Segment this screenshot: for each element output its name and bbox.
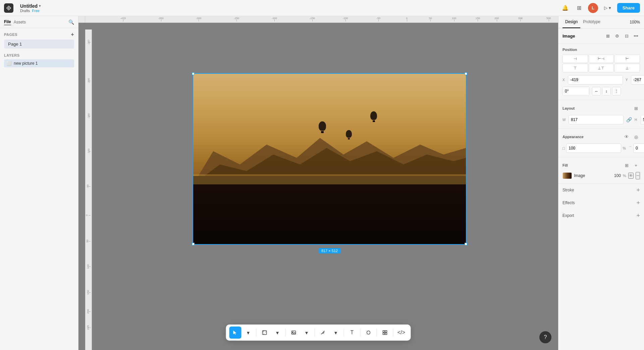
code-tool[interactable]: </> — [395, 327, 408, 339]
stroke-section: Stroke + — [558, 184, 644, 196]
share-button[interactable]: Share — [617, 3, 640, 13]
appearance-opacity-btn[interactable]: ◎ — [632, 133, 640, 141]
select-tool[interactable] — [229, 327, 241, 339]
layout-expand-btn[interactable]: ⊞ — [632, 104, 640, 112]
x-input[interactable] — [568, 75, 623, 84]
fill-opacity-value: 100 — [610, 173, 621, 178]
add-stroke-btn[interactable]: + — [636, 187, 640, 193]
image-title: Image — [562, 34, 575, 39]
add-page-button[interactable]: + — [71, 32, 74, 38]
remove-fill-btn[interactable]: − — [636, 172, 640, 179]
layout-header: Layout ⊞ — [562, 104, 640, 112]
radius-field: ⌒ — [629, 143, 644, 153]
flip-v-btn[interactable]: ↕ — [602, 87, 611, 96]
frame-chevron[interactable]: ▾ — [271, 327, 283, 339]
svg-point-0 — [8, 7, 9, 9]
sidebar-tabs: File Assets 🔍 — [0, 16, 78, 28]
balloon-1 — [319, 121, 326, 133]
y-input[interactable] — [631, 75, 644, 84]
image-tool[interactable] — [288, 327, 300, 339]
search-button[interactable]: 🔍 — [68, 19, 74, 25]
image-chevron[interactable]: ▾ — [301, 327, 313, 339]
x-field: X — [562, 75, 623, 84]
component-tool[interactable] — [379, 327, 391, 339]
shape-tool[interactable] — [363, 327, 375, 339]
align-bottom-btn[interactable]: ⊥ — [614, 64, 640, 72]
add-export-btn[interactable]: + — [636, 213, 640, 219]
layout-section: Layout ⊞ W 🔗 H — [558, 100, 644, 129]
appearance-icons: 👁 ◎ — [623, 133, 640, 141]
prototype-tab[interactable]: Prototype — [580, 16, 603, 28]
frame-tool[interactable] — [259, 327, 271, 339]
add-fill-btn[interactable]: + — [632, 161, 640, 169]
resize-handle-tr[interactable] — [465, 72, 467, 75]
flip-h-btn[interactable]: ↔ — [592, 87, 601, 96]
appearance-label: Appearance — [562, 135, 584, 139]
y-field: Y — [626, 75, 644, 84]
user-avatar[interactable]: L — [588, 3, 598, 13]
opacity-percent: % — [623, 146, 626, 150]
toggle-panels-button[interactable]: ⊞ — [574, 3, 585, 13]
toolbar-divider-2 — [285, 329, 286, 337]
text-tool[interactable]: T — [346, 327, 358, 339]
resize-handle-tl[interactable] — [192, 72, 195, 75]
app-subtitle: Drafts Free — [20, 9, 41, 13]
image-header: Image ⊠ ⚙ ⊟ ••• — [558, 28, 644, 44]
opacity-field: □ % — [562, 143, 626, 153]
appearance-visibility-btn[interactable]: 👁 — [623, 133, 631, 141]
layer-item[interactable]: ⬜ new picture 1 — [4, 59, 74, 67]
ground-layer — [193, 176, 466, 244]
align-middle-v-btn[interactable]: ⊥⊤ — [589, 64, 614, 72]
link-dimensions-icon[interactable]: 🔗 — [626, 117, 632, 122]
fill-style-btn[interactable]: ⊞ — [623, 161, 631, 169]
file-tab[interactable]: File — [4, 19, 11, 25]
fill-swatch[interactable] — [562, 172, 572, 179]
pages-label: Pages — [4, 33, 17, 37]
distribute-btn[interactable]: ⋮ — [612, 87, 621, 96]
title-area: Untitled ▾ Drafts Free — [20, 3, 41, 13]
align-icon-btn[interactable]: ⊠ — [604, 32, 612, 40]
canvas-area[interactable]: -267 -200 -150 -100 -50 0 50 100 150 200 — [78, 23, 558, 350]
play-button[interactable]: ▷ ▾ — [601, 4, 614, 12]
align-left-btn[interactable]: ⊣ — [562, 54, 588, 63]
help-button[interactable]: ? — [539, 331, 551, 343]
resize-icon-btn[interactable]: ⊟ — [623, 32, 631, 40]
radius-input[interactable] — [633, 143, 644, 153]
fill-visibility-btn[interactable]: 👁 — [628, 173, 634, 179]
size-label: 817 × 512 — [319, 248, 340, 253]
add-effect-btn[interactable]: + — [636, 200, 640, 206]
resize-handle-bl[interactable] — [192, 243, 195, 245]
app-title[interactable]: Untitled ▾ — [20, 3, 41, 9]
pen-chevron[interactable]: ▾ — [330, 327, 342, 339]
settings-icon-btn[interactable]: ⚙ — [613, 32, 621, 40]
rotation-input[interactable] — [562, 86, 589, 96]
align-right-btn[interactable]: ⊢ — [614, 54, 640, 63]
layers-label: Layers — [4, 53, 20, 57]
fill-header: Fill ⊞ + — [562, 161, 640, 169]
opacity-input[interactable] — [566, 143, 621, 153]
resize-handle-br[interactable] — [465, 243, 467, 245]
select-chevron[interactable]: ▾ — [242, 327, 254, 339]
design-tab[interactable]: Design — [562, 16, 580, 28]
canvas-image-element[interactable]: 817 × 512 — [193, 73, 467, 245]
balloon-2 — [370, 111, 377, 122]
left-sidebar: File Assets 🔍 Pages + Page 1 Layers ⬜ ne… — [0, 16, 78, 350]
height-input[interactable] — [641, 115, 644, 124]
ruler-horizontal: -419 -350 -300 -250 -200 -150 -100 -50 0… — [85, 16, 558, 23]
topbar: Untitled ▾ Drafts Free 🔔 ⊞ L ▷ ▾ Share — [0, 0, 644, 16]
image-header-icons: ⊠ ⚙ ⊟ ••• — [604, 32, 640, 40]
pen-tool[interactable] — [317, 327, 329, 339]
page-1-item[interactable]: Page 1 — [4, 40, 74, 49]
title-chevron: ▾ — [39, 4, 41, 8]
align-center-h-btn[interactable]: ⊢⊣ — [589, 54, 614, 63]
more-icon-btn[interactable]: ••• — [632, 32, 640, 40]
notifications-button[interactable]: 🔔 — [560, 3, 571, 13]
app-logo — [4, 3, 13, 13]
align-top-btn[interactable]: ⊤ — [562, 64, 588, 72]
zoom-level[interactable]: 100% — [630, 20, 640, 24]
rotation-icons: ↔ ↕ ⋮ — [592, 87, 621, 96]
position-header: Position — [562, 48, 640, 52]
assets-tab[interactable]: Assets — [14, 19, 26, 25]
width-input[interactable] — [569, 115, 624, 124]
layer-image-icon: ⬜ — [7, 61, 12, 66]
